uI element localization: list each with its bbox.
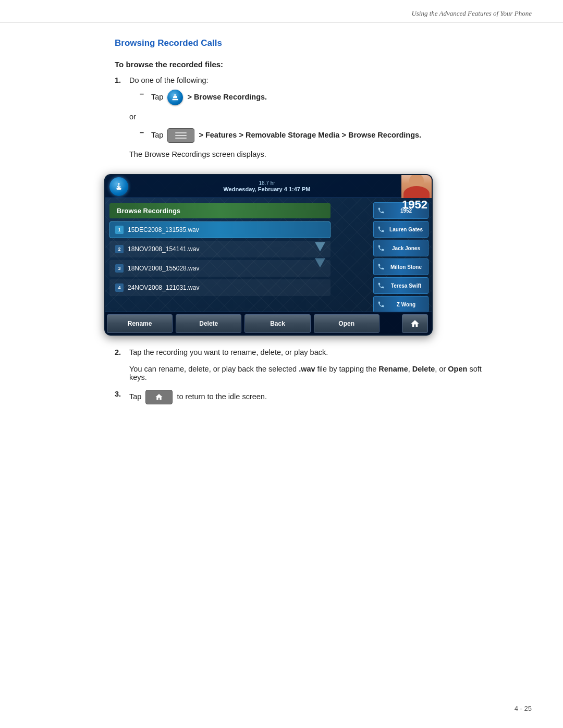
sub-bullet-2-suffix: > Features > Removable Storage Media > B… [199,131,421,139]
menu-icon [167,128,194,143]
phone-topbar-center: 16.7 hr Wednesday, February 4 1:47 PM [132,180,401,192]
contact-name-teresa: Teresa Swift [387,283,425,289]
step-2-number: 2. [115,348,124,381]
phone-screen: 16.7 hr Wednesday, February 4 1:47 PM 19… [104,174,433,336]
contact-btn-teresa[interactable]: Teresa Swift [373,277,429,294]
contact-btn-milton[interactable]: Milton Stone [373,258,429,275]
phone-left-panel: Browse Recordings 1 15DEC2008_131535.wav… [105,198,335,312]
phone-right-panel: 1952 Lauren Gates [373,198,432,312]
file-name-1: 15DEC2008_131535.wav [128,226,199,233]
contact-icon-lauren [377,225,385,233]
phone-time-label: 16.7 hr [259,180,275,186]
contact-icon-milton [377,263,385,271]
file-number-3: 3 [115,264,124,273]
contact-btn-zwong[interactable]: Z Wong [373,296,429,313]
avatar-figure [401,175,432,198]
phone-extension: 1952 [402,198,427,212]
file-item-4[interactable]: 4 24NOV2008_121031.wav [109,279,331,296]
file-list: 1 15DEC2008_131535.wav 2 18NOV2008_15414… [105,221,335,296]
sub-bullet-1-suffix: > Browse Recordings. [187,93,267,101]
down-arrow-1[interactable] [312,240,328,254]
contact-icon-jack [377,244,385,252]
phone-datetime: Wednesday, February 4 1:47 PM [223,186,310,192]
file-name-3: 18NOV2008_155028.wav [128,265,199,272]
avatar-body [403,186,430,198]
file-item-1[interactable]: 1 15DEC2008_131535.wav [109,221,331,238]
down-arrows [312,240,328,270]
step-3-text: to return to the idle screen. [177,392,267,401]
contact-name-jack: Jack Jones [387,245,425,251]
contact-name-zwong: Z Wong [387,302,425,307]
browse-recordings-header: Browse Recordings [109,203,331,218]
step-2-note: You can rename, delete, or play back the… [129,365,482,381]
step-3: 3. Tap to return to the idle screen. [115,390,500,404]
svg-marker-4 [315,242,325,252]
contact-name-milton: Milton Stone [387,264,425,270]
contact-btn-lauren[interactable]: Lauren Gates [373,221,429,238]
svg-rect-2 [175,138,187,139]
sub-bullet-2-tap: Tap [151,131,165,139]
file-number-4: 4 [115,283,124,292]
step-2-text: Tap the recording you want to rename, de… [129,348,328,356]
file-name-4: 24NOV2008_121031.wav [128,284,199,291]
step-3-pre: Tap [129,392,143,401]
phone-topbar: 16.7 hr Wednesday, February 4 1:47 PM [105,175,432,198]
browse-note: The Browse Recordings screen displays. [129,150,421,158]
step-2: 2. Tap the recording you want to rename,… [115,348,500,381]
phone-avatar [401,175,432,198]
page-header-text: Using the Advanced Features of Your Phon… [411,9,532,18]
page-number: 4 - 25 [515,705,532,712]
file-item-2[interactable]: 2 18NOV2008_154141.wav [109,241,331,257]
sub-bullet-2: – Tap > Features > Re [140,128,421,143]
svg-rect-0 [175,132,187,133]
contact-btn-jack[interactable]: Jack Jones [373,240,429,256]
contact-icon-zwong [377,300,385,309]
svg-marker-5 [315,258,325,268]
file-item-3[interactable]: 3 18NOV2008_155028.wav [109,260,331,277]
step-1: 1. Do one of the following: – Tap [115,76,500,168]
or-text: or [129,113,421,121]
svg-point-3 [118,183,120,184]
subsection-heading: To browse the recorded files: [115,60,500,69]
sub-bullet-1-tap: Tap [151,93,165,101]
open-button[interactable]: Open [314,314,380,333]
file-number-2: 2 [115,245,124,253]
usb-icon [167,90,183,105]
section-title: Browsing Recorded Calls [115,38,500,48]
step-1-text: Do one of the following: [129,76,209,84]
home-inline-icon [145,390,173,404]
sub-bullets: – Tap > Browse Recordings. [140,90,421,143]
back-button[interactable]: Back [244,314,310,333]
home-button[interactable] [402,314,428,333]
phone-screen-wrapper: 16.7 hr Wednesday, February 4 1:47 PM 19… [104,174,433,336]
file-name-2: 18NOV2008_154141.wav [128,245,199,253]
phone-usb-icon [109,177,128,196]
contact-name-lauren: Lauren Gates [387,227,425,232]
step-1-number: 1. [115,76,124,168]
sub-bullet-1: – Tap > Browse Recordings. [140,90,421,105]
dash-1: – [140,90,146,98]
rename-button[interactable]: Rename [107,314,173,333]
dash-2: – [140,128,146,137]
contact-icon-1952 [377,206,385,215]
contact-icon-teresa [377,281,385,290]
step-3-number: 3. [115,390,124,404]
phone-bottombar: Rename Delete Back Open [105,312,432,335]
svg-rect-1 [175,135,187,136]
file-number-1: 1 [115,226,124,234]
down-arrow-2[interactable] [312,256,328,270]
steps-list: 1. Do one of the following: – Tap [115,76,500,168]
delete-button[interactable]: Delete [176,314,241,333]
steps-2-3: 2. Tap the recording you want to rename,… [115,348,500,404]
